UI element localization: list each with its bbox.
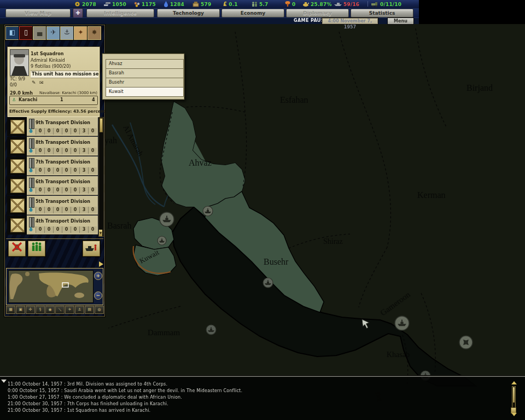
tab-naval-units[interactable]: ⚓ [60,26,74,40]
division-row[interactable]: 5th Transport Division 0000030 [7,196,98,215]
tab-map-overview[interactable]: ◧ [5,26,19,40]
counter-backing [7,137,27,156]
disband-button[interactable] [8,241,26,256]
minimap-zoom-out-button[interactable]: − [94,291,102,300]
dropdown-item-kuwait[interactable]: Kuwait [106,87,184,97]
nav-bar: View Map ✚ Intelligence Technology Econo… [0,8,419,18]
port-icon[interactable] [158,236,166,245]
port-icon[interactable] [395,316,409,330]
rare-materials-icon [134,2,140,7]
tab-selected-unit[interactable]: ▯ [19,26,33,40]
convoy-icon [371,2,378,7]
log-message[interactable]: 11:00 October 14, 1957 : 3rd Mil. Divisi… [8,382,167,387]
reorganize-button[interactable] [28,241,45,256]
resource-supplies: 579 [192,1,211,8]
ship-icon: ⚓ [61,27,73,39]
document-icon: ▯ [20,27,32,39]
map-mode-button-1[interactable]: ▦ [6,306,15,314]
unit-tc: TC: 9/9 [10,77,25,81]
transport-counter-icon [10,199,25,213]
map-mode-button-5[interactable]: ◉ [45,306,55,314]
tab-intelligence[interactable]: Intelligence [86,9,154,18]
status-bar: GAME PAUSED 4:00 November 7, 1957 Menu [0,18,419,24]
counter-backing [7,156,27,176]
transport-counter-icon [10,218,25,232]
log-scroll-down-arrow[interactable] [511,413,517,416]
minimap[interactable] [8,270,94,303]
tab-view-map[interactable]: View Map [5,9,71,18]
map-mode-button-8[interactable]: ⚓ [75,306,84,314]
menu-button[interactable]: Menu [387,18,414,25]
tab-economy[interactable]: Economy [221,9,284,18]
resource-convoys: 0/11/10 [371,1,401,8]
dropdown-item-ahvaz[interactable]: Ahvaz [106,59,184,69]
map-label: Dammam [148,328,180,337]
division-name: 9th Transport Division [36,120,90,125]
log-message[interactable]: 1:00 October 27, 1957 : We concluded a d… [8,395,182,400]
map-mode-button-9[interactable]: ▤ [85,306,94,314]
division-list: 9th Transport Division 0000030 8th Trans… [7,117,98,236]
division-stats: 0000030 [36,148,97,154]
tab-technology[interactable]: Technology [157,9,220,18]
unit-commander[interactable]: Admiral Kinkaid [31,58,65,63]
port-icon[interactable] [160,212,174,226]
scrollbar-thumb[interactable] [100,118,103,132]
division-row[interactable]: 6th Transport Division 0000030 [7,176,98,195]
transport-counter-icon [10,120,25,134]
airbase-icon[interactable] [459,336,472,349]
log-message[interactable]: 0:00 October 15, 1957 : Saudi Arabia wen… [8,388,242,393]
date-display[interactable]: 4:00 November 7, 1957 [322,18,378,25]
port-icon[interactable] [206,325,216,335]
dropdown-item-basrah[interactable]: Basrah [106,68,184,78]
map-mode-button-4[interactable]: § [36,306,45,314]
tab-battles[interactable]: ✦ [74,26,88,40]
national-crest-button[interactable]: ✚ [73,8,83,18]
unit-info-card: 1st Squadron Admiral Kinkaid 9 flotillas… [7,46,100,118]
tab-statistics[interactable]: Statistics [351,9,413,18]
soldiers-icon [30,241,43,253]
metal-icon [104,2,110,7]
division-list-scrollbar[interactable]: ▼ [98,117,104,237]
division-stats: 0000030 [36,167,97,174]
division-row[interactable]: 4th Transport Division 0000030 [7,215,98,235]
map-mode-button-3[interactable]: ✣ [26,306,35,314]
minimap-zoom-in-button[interactable]: + [94,272,102,280]
oil-icon [164,1,168,7]
counter-backing [7,196,27,215]
base-name: Karachi [19,96,37,104]
division-row[interactable]: 8th Transport Division 0000030 [7,137,98,156]
panel-next-arrow[interactable] [99,261,103,267]
dropdown-item-busehr[interactable]: Busehr [106,78,184,88]
scrollbar-down-arrow[interactable]: ▼ [99,230,102,236]
resource-manpower: 5.7 [252,1,269,8]
log-message[interactable]: 21:00 October 30, 1957 : 1st Squadron ha… [8,408,150,413]
counter-backing [7,215,27,235]
division-row[interactable]: 9th Transport Division 0000030 [7,117,98,136]
log-scroll-track[interactable] [512,386,516,408]
rename-pencil-icon[interactable]: ✎ [32,80,36,85]
log-collapse-arrow-icon[interactable] [1,380,7,383]
counter-backing [7,176,27,195]
map-label: Ahvaz [189,158,212,167]
base-row[interactable]: ⚓ Karachi 1 4 [9,96,98,105]
map-mode-button-7[interactable]: ✈ [65,306,74,314]
division-name: 4th Transport Division [36,219,90,224]
message-envelope-icon[interactable]: ✉ [39,80,44,85]
log-scroll-up-arrow[interactable] [511,381,517,384]
division-row[interactable]: 7th Transport Division 0000030 [7,156,98,176]
tab-air-units[interactable]: ✈ [46,26,60,40]
port-icon[interactable] [263,278,273,288]
supplies-icon [192,2,199,7]
log-message[interactable]: 21:00 October 30, 1957 : 7th Corps has f… [8,401,168,406]
transport-counter-icon [10,159,25,173]
port-icon[interactable] [203,206,213,216]
unit-navalbase: Navalbase: Karachi (3000 km) [39,91,97,95]
load-unload-button[interactable] [83,241,100,256]
tab-land-units[interactable]: ▄ [33,26,46,40]
tab-diplomacy[interactable]: Diplomacy [286,9,349,18]
map-mode-button-2[interactable]: ▣ [16,306,25,314]
map-mode-button-10[interactable]: ◍ [95,306,104,314]
tab-events[interactable]: ✸ [88,26,101,40]
log-scrollbar[interactable] [510,381,517,416]
map-mode-button-6[interactable]: ＼ [55,306,65,314]
